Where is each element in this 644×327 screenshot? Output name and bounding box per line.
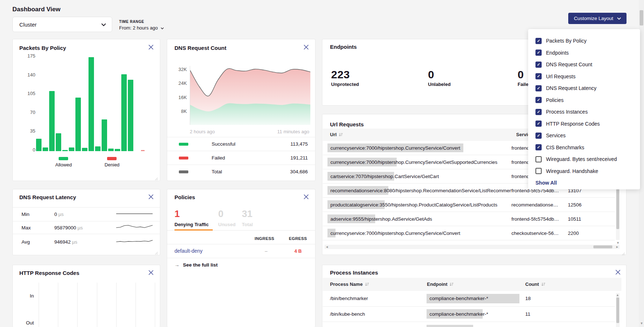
- legend-row-successful: Successful113,475: [167, 137, 315, 151]
- menu-item-dns-request-count[interactable]: ✓DNS Request Count: [535, 59, 633, 71]
- close-icon[interactable]: [148, 270, 155, 276]
- view-selector[interactable]: Cluster: [12, 17, 112, 32]
- legend-name: Total: [212, 169, 222, 174]
- close-icon[interactable]: [148, 44, 155, 51]
- policies-tab-unused[interactable]: 0 Unused: [218, 208, 236, 227]
- url-cell: cartservice:7070/hipstershop.CartService…: [327, 172, 511, 181]
- close-icon[interactable]: [148, 194, 155, 201]
- scroll-left-icon[interactable]: ◄: [325, 245, 329, 249]
- customize-layout-button[interactable]: Customize Layout: [568, 13, 627, 24]
- menu-item-process-instances[interactable]: ✓Process Instances: [535, 106, 633, 118]
- time-range-from[interactable]: From: 2 hours ago: [119, 25, 164, 31]
- latency-sparkline: [116, 210, 153, 219]
- checkbox-checked-icon[interactable]: ✓: [535, 73, 542, 79]
- bar-allowed: [56, 133, 61, 151]
- y-tick: 175: [21, 53, 35, 59]
- menu-item-packets-by-policy[interactable]: ✓Packets By Policy: [535, 35, 633, 47]
- column-header-process-name[interactable]: Process Name: [330, 281, 369, 287]
- scroll-down-icon[interactable]: ▼: [616, 241, 620, 245]
- checkbox-checked-icon[interactable]: ✓: [535, 85, 542, 91]
- checkbox-checked-icon[interactable]: ✓: [535, 109, 542, 115]
- url-table-row[interactable]: currencyservice:7000/hipstershop.Currenc…: [323, 226, 615, 240]
- checkbox-checked-icon[interactable]: ✓: [535, 38, 542, 44]
- card-dns-request-count: DNS Request Count 32K24K16K8K 2 hours ag…: [167, 39, 315, 181]
- resize-handle-icon[interactable]: [155, 176, 158, 179]
- checkbox-checked-icon[interactable]: ✓: [535, 50, 542, 56]
- y-tick: 24K: [172, 80, 187, 86]
- menu-item-url-requests[interactable]: ✓Url Requests: [535, 71, 633, 83]
- policies-tab-total[interactable]: 31 Total: [242, 208, 253, 227]
- sort-icon: [541, 282, 545, 287]
- latency-value: 95879000 µs: [54, 225, 109, 231]
- menu-item-wireguard-bytes-sent-received[interactable]: Wireguard. Bytes sent/received: [535, 153, 633, 165]
- vertical-scrollbar[interactable]: [616, 293, 620, 327]
- close-icon[interactable]: [615, 269, 622, 276]
- menu-item-wireguard-handshake[interactable]: Wireguard. Handshake: [535, 165, 633, 177]
- checkbox-unchecked-icon[interactable]: [535, 156, 542, 162]
- endpoint-chip: compliance-benchmarker-*: [427, 325, 521, 327]
- scrollbar-thumb[interactable]: [640, 10, 643, 25]
- legend-swatch: [179, 170, 188, 173]
- bar-allowed: [62, 150, 68, 151]
- menu-item-cis-benchmarks[interactable]: ✓CIS Benchmarks: [535, 142, 633, 154]
- column-header-count[interactable]: Count: [525, 281, 545, 287]
- scroll-up-icon[interactable]: ▲: [616, 293, 619, 297]
- process-table-row[interactable]: /bin/benchmarkercompliance-benchmarker-*…: [323, 291, 615, 307]
- url-cell: recommendationservice:8080/hipstershop.R…: [327, 186, 511, 195]
- menu-item-endpoints[interactable]: ✓Endpoints: [535, 47, 633, 59]
- y-tick: 32K: [172, 67, 187, 72]
- legend-label: Allowed: [50, 162, 77, 168]
- resize-handle-icon[interactable]: [155, 250, 158, 253]
- show-all-link[interactable]: Show All: [535, 180, 633, 186]
- close-icon[interactable]: [303, 44, 310, 51]
- scrollbar-thumb[interactable]: [593, 245, 612, 248]
- url-cell: currencyservice:7000/hipstershop.Currenc…: [327, 143, 511, 152]
- card-http-response-codes: HTTP Response Codes In Out: [12, 265, 160, 327]
- y-tick: 8K: [172, 109, 187, 114]
- latency-row-min: Min0 µs: [13, 207, 160, 221]
- latency-unit: µs: [57, 212, 64, 217]
- see-full-list-link[interactable]: → See the full list: [174, 262, 218, 268]
- url-table-row[interactable]: productcatalogservice:3550/hipstershop.P…: [323, 198, 615, 212]
- horizontal-scrollbar[interactable]: ◄ ►: [325, 245, 620, 249]
- url-cell: productcatalogservice:3550/hipstershop.P…: [327, 200, 511, 209]
- column-header-endpoint[interactable]: Endpoint: [427, 281, 453, 287]
- checkbox-unchecked-icon[interactable]: [535, 168, 542, 174]
- menu-item-label: Services: [546, 133, 566, 138]
- checkbox-checked-icon[interactable]: ✓: [535, 133, 542, 139]
- latency-label: Max: [21, 225, 54, 231]
- bar-allowed: [82, 148, 87, 151]
- policy-link-default-deny[interactable]: default-deny: [174, 248, 203, 254]
- menu-item-dns-request-latency[interactable]: ✓DNS Request Latency: [535, 82, 633, 94]
- scrollbar-thumb[interactable]: [616, 189, 619, 229]
- legend-value: 191,211: [290, 155, 308, 161]
- menu-item-label: DNS Request Latency: [546, 85, 597, 91]
- bar-allowed: [115, 149, 120, 151]
- checkbox-checked-icon[interactable]: ✓: [535, 121, 542, 127]
- menu-item-http-response-codes[interactable]: ✓HTTP Response Codes: [535, 118, 633, 130]
- process-table-row[interactable]: /bin/kube-benchcompliance-benchmarker-*1…: [323, 307, 615, 322]
- url-table-row[interactable]: adservice:9555/hipstershop.AdService/Get…: [323, 212, 615, 226]
- process-table-row[interactable]: benchmarkercompliance-benchmarker-*9: [323, 322, 615, 327]
- egress-header: EGRESS: [289, 236, 307, 241]
- latency-row-avg: Avg946942 µs: [13, 234, 160, 250]
- legend-swatch-denied: [107, 157, 117, 160]
- scroll-down-icon[interactable]: ▼: [640, 322, 643, 325]
- resize-handle-icon[interactable]: [622, 251, 625, 254]
- checkbox-checked-icon[interactable]: ✓: [535, 97, 542, 103]
- latency-value: 946942 µs: [54, 239, 109, 245]
- scrollbar-thumb[interactable]: [616, 298, 619, 323]
- menu-item-policies[interactable]: ✓Policies: [535, 94, 633, 106]
- close-icon[interactable]: [303, 194, 310, 201]
- bar-allowed: [121, 74, 127, 151]
- checkbox-checked-icon[interactable]: ✓: [535, 144, 542, 150]
- bar-allowed: [69, 147, 74, 151]
- scroll-right-icon[interactable]: ►: [616, 245, 619, 249]
- column-header-url[interactable]: Url: [330, 132, 343, 138]
- count-cell: 2200: [568, 231, 579, 236]
- menu-item-services[interactable]: ✓Services: [535, 130, 633, 142]
- policies-tab-denying-traffic[interactable]: 1 Denying Traffic: [174, 208, 209, 227]
- checkbox-checked-icon[interactable]: ✓: [535, 62, 542, 68]
- y-tick: 0: [21, 147, 35, 153]
- url-cell: currencyservice:7000/hipstershop.Currenc…: [327, 158, 511, 166]
